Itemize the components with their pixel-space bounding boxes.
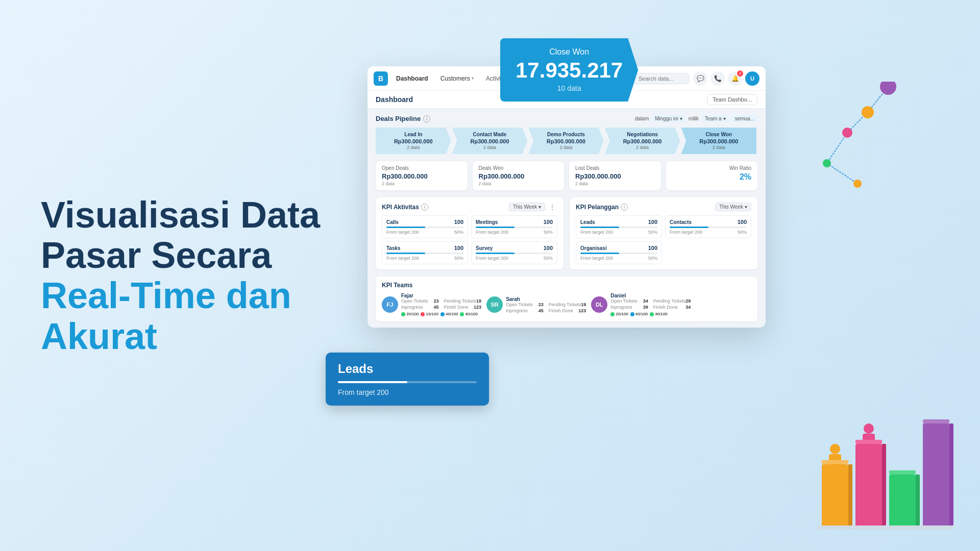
nav-dashboard[interactable]: Dashboard	[392, 73, 432, 84]
notification-badge: 2	[737, 70, 743, 77]
deals-won-card: Deals Won Rp300.000.000 2 data	[473, 161, 565, 190]
hero-line4: Akurat	[41, 315, 157, 356]
stage-contact-made[interactable]: Contact Made Rp300.000.000 2 data	[452, 128, 528, 154]
kpi-teams-title: KPI Teams	[382, 282, 751, 289]
app-logo: B	[374, 71, 388, 86]
chat-icon[interactable]: 💬	[693, 71, 707, 86]
kpi-leads: Leads 100 From target 200 50%	[576, 215, 662, 238]
kpi-pelanggan-title: KPI Pelanggan i	[576, 204, 628, 211]
kpi-teams-panel: KPI Teams FJ Fajar Open Tickets23 Pendin…	[376, 277, 757, 321]
stage-demo-products[interactable]: Demo Products Rp300.000.000 2 data	[528, 128, 604, 154]
team-dashbo-button[interactable]: Team Dashbo...	[707, 94, 757, 105]
kpi-aktivitas-info: i	[421, 204, 428, 211]
hero-line3: Real-Time dan	[41, 275, 291, 316]
avatar-daniel: DL	[591, 296, 607, 313]
filter-minggu[interactable]: Minggu ini ▾	[652, 115, 685, 122]
close-won-count: 10 data	[516, 84, 623, 92]
kpi-aktivitas-header: KPI Aktivitas i This Week ▾ ⋮	[382, 203, 557, 211]
close-won-callout: Close Won 17.935.217 10 data	[500, 38, 638, 102]
avatar-fajar: FJ	[382, 296, 398, 313]
open-deals-card: Open Deals Rp300.000.000 2 data	[376, 161, 468, 190]
filter-team[interactable]: Team a ▾	[702, 115, 729, 122]
stage-close-won[interactable]: Close Won Rp300.000.000 2 data	[681, 128, 756, 154]
leads-tooltip: Leads From target 200	[326, 353, 489, 406]
hero-line2: Pasar Secara	[41, 235, 272, 276]
nav-customers[interactable]: Customers ▾	[436, 73, 478, 84]
stage-lead-in[interactable]: Lead In Rp300.000.000 2 data	[376, 128, 451, 154]
lost-deals-card: Lost Deals Rp300.000.000 2 data	[569, 161, 661, 190]
close-won-label: Close Won	[516, 47, 623, 57]
dashboard-window: B Dashboard Customers ▾ Activity ▾ Pre-S…	[368, 66, 766, 328]
kpi-pelanggan-panel: KPI Pelanggan i This Week ▾ Leads 100	[570, 197, 757, 269]
kpi-aktivitas-panel: KPI Aktivitas i This Week ▾ ⋮ Calls	[376, 197, 564, 269]
svg-point-4	[853, 180, 862, 188]
kpi-pelanggan-grid: Leads 100 From target 200 50% Contacts 1…	[576, 215, 751, 264]
kpi-aktivitas-grid: Calls 100 From target 200 50% Meetings 1…	[382, 215, 557, 264]
dashboard-content: Deals Pipeline i dalam Minggu ini ▾ mili…	[368, 109, 766, 328]
filter-semua[interactable]: semua...	[732, 115, 757, 122]
pipeline-stages: Lead In Rp300.000.000 2 data Contact Mad…	[376, 128, 757, 154]
phone-icon[interactable]: 📞	[710, 71, 725, 86]
stage-negotiations[interactable]: Negotiations Rp300.000.000 2 data	[605, 128, 680, 154]
leads-tooltip-title: Leads	[338, 362, 477, 376]
svg-point-2	[842, 128, 852, 138]
svg-point-3	[823, 159, 831, 167]
scatter-decoration	[806, 82, 909, 211]
user-avatar[interactable]: U	[745, 71, 760, 86]
deals-pipeline-header: Deals Pipeline i dalam Minggu ini ▾ mili…	[376, 115, 757, 122]
notification-icon[interactable]: 🔔 2	[728, 71, 742, 86]
svg-point-1	[862, 106, 874, 118]
kpi-survey: Survey 100 From target 200 50%	[471, 241, 557, 264]
summary-cards: Open Deals Rp300.000.000 2 data Deals Wo…	[376, 161, 757, 190]
kpi-tasks: Tasks 100 From target 200 50%	[382, 241, 468, 264]
team-member-sarah: SR Sarah Open Tickets23 Pending Tickets1…	[486, 293, 586, 316]
team-member-fajar: FJ Fajar Open Tickets23 Pending Tickets1…	[382, 293, 481, 316]
svg-point-0	[880, 82, 896, 95]
close-won-value: 17.935.217	[516, 60, 623, 81]
kpi-meetings: Meetings 100 From target 200 50%	[471, 215, 557, 238]
kpi-pelanggan-header: KPI Pelanggan i This Week ▾	[576, 203, 751, 211]
hero-section: Visualisasi Data Pasar Secara Real-Time …	[41, 195, 327, 357]
kpi-contacts: Contacts 100 From target 200 50%	[665, 215, 751, 238]
kpi-pelanggan-filter[interactable]: This Week ▾	[715, 203, 751, 211]
leads-progress-bar	[338, 381, 477, 383]
bar-chart-decoration	[822, 423, 949, 525]
leads-tooltip-subtitle: From target 200	[338, 388, 477, 396]
avatar-sarah: SR	[486, 296, 503, 313]
kpi-row: KPI Aktivitas i This Week ▾ ⋮ Calls	[376, 197, 757, 269]
team-member-daniel: DL Daniel Open Tickets34 Pending Tickets…	[591, 293, 691, 316]
team-members-row: FJ Fajar Open Tickets23 Pending Tickets1…	[382, 293, 751, 316]
kpi-pelanggan-info: i	[621, 204, 628, 211]
kpi-aktivitas-more[interactable]: ⋮	[547, 203, 557, 211]
leads-progress-fill	[338, 381, 407, 383]
search-input[interactable]	[633, 73, 689, 84]
kpi-aktivitas-title: KPI Aktivitas i	[382, 204, 428, 211]
hero-line1: Visualisasi Data	[41, 194, 320, 235]
deals-pipeline-filters: dalam Minggu ini ▾ milik Team a ▾ semua.…	[635, 115, 757, 122]
win-ratio-card: Win Ratio 2%	[666, 161, 758, 190]
navbar-icons: 💬 📞 🔔 2 U	[693, 71, 760, 86]
deals-pipeline-title: Deals Pipeline i	[376, 115, 430, 122]
deals-info-icon: i	[423, 115, 430, 122]
kpi-aktivitas-filter[interactable]: This Week ▾	[509, 203, 545, 211]
page-title: Dashboard	[376, 95, 413, 104]
kpi-calls: Calls 100 From target 200 50%	[382, 215, 468, 238]
kpi-organisasi: Organisasi 100 From target 200 50%	[576, 241, 662, 264]
